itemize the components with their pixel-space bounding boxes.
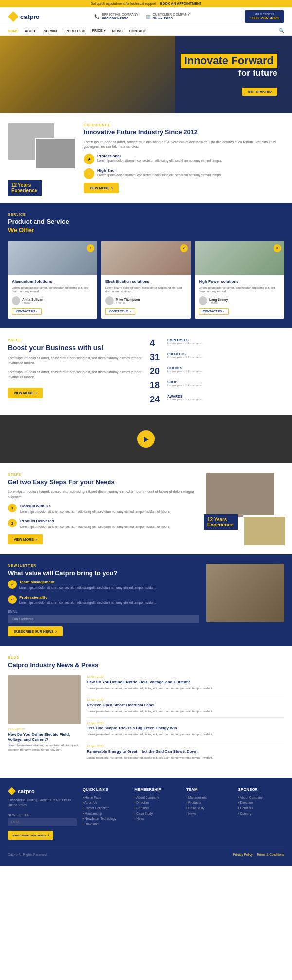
nav-about[interactable]: ABOUT — [25, 29, 37, 33]
value-item-title-2: Professionality — [19, 595, 156, 599]
steps-label: STEPS — [8, 473, 199, 476]
steps-intro: Lorem ipsum dolor sit amet, consectetur … — [8, 490, 199, 500]
badge-label: Experience — [11, 188, 38, 193]
badge-years: 12 Years — [11, 182, 38, 188]
footer-link-home[interactable]: Home Page — [83, 796, 129, 799]
footer-logo-text: catpro — [18, 788, 35, 794]
service-desc-3: Lorem ipsum dolor sit amet, consectetur … — [199, 286, 280, 294]
footer-email-input[interactable] — [8, 818, 77, 826]
nav-portfolio[interactable]: PORTFOLIO — [66, 29, 86, 33]
footer-privacy-link[interactable]: Privacy Policy — [233, 853, 252, 856]
blog-post-title-2[interactable]: Review: Open Smart Electrical Panel — [87, 703, 284, 708]
footer-team-link-2[interactable]: Products — [186, 801, 233, 804]
stats-grid: 4 EMPLOYEES Lorem ipsum dolor sit amet 3… — [150, 338, 284, 405]
stat-num-awards: 24 — [150, 395, 164, 405]
header-since-year: Since 2025 — [153, 16, 190, 20]
stats-text2: Lorem ipsum dolor sit amet, consectetur … — [8, 370, 142, 380]
blog-post-title-3[interactable]: This One Simple Trick is a Big Green Ene… — [87, 726, 284, 731]
blog-post-1: 12 April 2022 How Do You Define Electric… — [87, 675, 284, 695]
about-badge: 12 Years Experience — [8, 180, 42, 196]
steps-title: Get two Easy Steps For your Needs — [8, 478, 199, 487]
footer-link-career[interactable]: Career Collection — [83, 806, 129, 810]
step-title-2: Product Delivered — [20, 519, 170, 523]
service-desc-1: Lorem ipsum dolor sit amet, consectetur … — [12, 286, 93, 294]
footer-sponsor-link-3[interactable]: Certifiers — [238, 806, 284, 810]
author-avatar-1 — [12, 296, 20, 305]
stat-desc-employees: Lorem ipsum dolor sit amet — [167, 342, 202, 345]
footer-mem-link-3[interactable]: Certifiers — [134, 806, 181, 810]
service-num-3: 3 — [274, 244, 281, 252]
footer-link-newsletter[interactable]: Newsletter Technology — [83, 817, 129, 820]
help-label: HELP CENTER — [250, 13, 279, 16]
value-item-desc-2: Lorem ipsum dolor sit amet, consectetur … — [19, 600, 156, 605]
nav-home[interactable]: HOME — [8, 29, 18, 33]
nav-news[interactable]: NEWS — [112, 29, 123, 33]
stats-title: Boost your Business with us! — [8, 344, 142, 352]
footer-mem-link-4[interactable]: Case Study — [134, 812, 181, 815]
nav-contact[interactable]: CONTACT — [129, 29, 146, 33]
search-icon[interactable]: 🔍 — [279, 28, 284, 33]
footer-link-about[interactable]: About Us — [83, 801, 129, 804]
stats-viewmore-button[interactable]: VIEW MORE — [8, 388, 43, 398]
service-author-2: Mike Thompson Trainer — [105, 296, 187, 305]
author-name-3: Lang Linney — [209, 298, 228, 301]
step-title-1: Consult With Us — [20, 504, 170, 508]
logo[interactable]: catpro — [8, 11, 40, 22]
stat-num-projects: 31 — [150, 352, 164, 363]
blog-title: Catpro Industry News & Press — [8, 661, 284, 670]
footer-sponsor: SPONSOR About Company Direction Certifie… — [238, 787, 284, 840]
step-2: 2 Product Delivered Lorem ipsum dolor si… — [8, 519, 199, 529]
about-viewmore-button[interactable]: VIEW MORE — [84, 183, 119, 193]
stats-label: VALUE — [8, 338, 142, 342]
footer-team-link-1[interactable]: Management — [186, 796, 233, 799]
service-card-3: 3 High Power solutions Lorem ipsum dolor… — [195, 241, 284, 319]
topbar-text: Got quick appointment for technical supp… — [91, 2, 159, 5]
blog-section: BLOG Catpro Industry News & Press 12 Apr… — [0, 646, 292, 778]
footer-membership-title: MEMBERSHIP — [134, 787, 181, 792]
service-contact-button-3[interactable]: CONTACT US — [199, 308, 229, 315]
blog-post-date-1: 12 April 2022 — [87, 675, 284, 678]
services-title: Product and Service We Offer — [8, 218, 284, 235]
blog-post-excerpt-4: Lorem ipsum dolor sit amet, consectetur … — [87, 756, 284, 760]
footer-mem-link-2[interactable]: Direction — [134, 801, 181, 804]
stat-desc-projects: Lorem ipsum dolor sit amet — [167, 356, 202, 359]
steps-viewmore-button[interactable]: VIEW MORE — [8, 534, 43, 544]
blog-post-title-1[interactable]: How Do You Define Electric Field, Voltag… — [87, 680, 284, 685]
blog-post-title-4[interactable]: Renewable Energy to Great – but the Grid… — [87, 749, 284, 754]
footer-link-membership[interactable]: Membership — [83, 812, 129, 815]
blog-featured: 12 April 2022 How Do You Define Electric… — [8, 675, 81, 768]
value-item-title-1: Team Management — [19, 580, 156, 584]
footer-sponsor-link-1[interactable]: About Company — [238, 796, 284, 799]
footer-team-link-4[interactable]: News — [186, 812, 233, 815]
footer-logo: catpro — [8, 787, 77, 795]
stat-clients: 20 CLIENTS Lorem ipsum dolor sit amet — [150, 366, 284, 377]
author-role-3: Trainer — [209, 301, 228, 304]
nav-service[interactable]: SERVICE — [44, 29, 59, 33]
phone-icon: 📞 — [94, 14, 100, 19]
logo-text: catpro — [20, 13, 40, 20]
footer-subscribe-button[interactable]: SUBSCRIBE OUR NEWS — [8, 831, 53, 840]
footer-sponsor-link-2[interactable]: Direction — [238, 801, 284, 804]
email-input[interactable] — [8, 615, 199, 623]
author-role-1: Trainer — [22, 301, 43, 304]
blog-featured-excerpt: Lorem ipsum dolor sit amet, consectetur … — [8, 744, 81, 752]
blog-featured-title[interactable]: How Do You Define Electric Field, Voltag… — [8, 732, 81, 743]
service-contact-button-1[interactable]: CONTACT US — [12, 308, 42, 315]
stat-label-clients: CLIENTS — [167, 366, 202, 370]
footer-mem-link-5[interactable]: News — [134, 817, 181, 820]
footer-sponsor-link-4[interactable]: Country — [238, 812, 284, 815]
footer-mem-link-1[interactable]: About Company — [134, 796, 181, 799]
footer-link-download[interactable]: Download — [83, 822, 129, 826]
service-contact-button-2[interactable]: CONTACT US — [105, 308, 135, 315]
hero-cta-button[interactable]: GET STARTED — [242, 88, 277, 96]
play-button[interactable]: ▶ — [137, 430, 155, 448]
about-images: 12 Years Experience — [8, 123, 76, 193]
footer-team-link-3[interactable]: Case Study — [186, 806, 233, 810]
value-image — [206, 564, 284, 622]
topbar-cta[interactable]: BOOK AN APPOINTMENT — [160, 2, 201, 5]
service-image-3: 3 — [195, 241, 284, 275]
subscribe-button[interactable]: SUBSCRIBE OUR NEWS — [8, 626, 63, 636]
footer-terms-link[interactable]: Terms & Conditions — [257, 853, 284, 856]
nav-price[interactable]: PRICE ▾ — [92, 29, 105, 33]
steps-image-1 — [206, 473, 274, 517]
